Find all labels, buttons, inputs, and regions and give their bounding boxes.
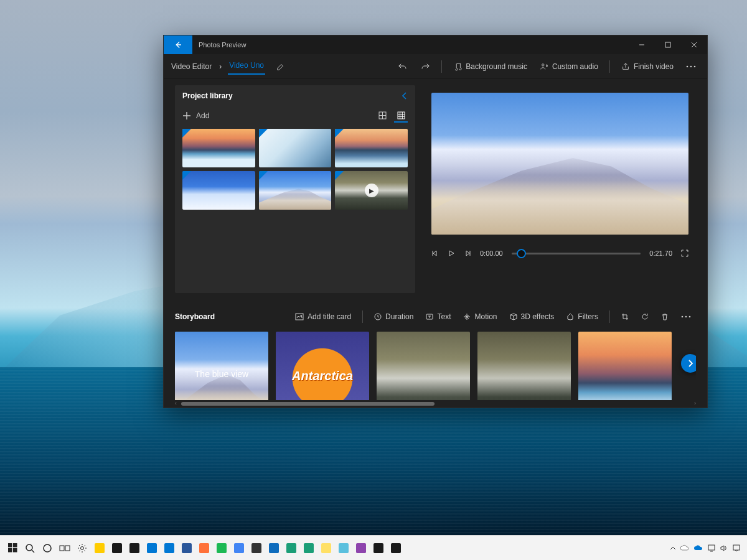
view-large-grid-button[interactable] bbox=[375, 109, 389, 123]
storyboard-more-button[interactable] bbox=[676, 313, 696, 320]
storyboard-clip[interactable]: 4.63 bbox=[377, 332, 470, 400]
3d-effects-label: 3D effects bbox=[521, 312, 555, 321]
tray-network[interactable] bbox=[707, 544, 716, 553]
frame-back-button[interactable] bbox=[431, 250, 439, 257]
storyboard-next-button[interactable] bbox=[681, 354, 696, 373]
rotate-button[interactable] bbox=[636, 310, 654, 323]
library-item[interactable]: ▶ bbox=[335, 171, 408, 210]
crop-button[interactable] bbox=[616, 310, 634, 323]
motion-button[interactable]: Motion bbox=[458, 310, 502, 324]
svg-rect-6 bbox=[398, 112, 405, 119]
finish-video-button[interactable]: Finish video bbox=[616, 60, 679, 73]
taskbar-chrome[interactable] bbox=[230, 536, 248, 561]
taskbar-firefox[interactable] bbox=[195, 536, 213, 561]
taskbar-store[interactable] bbox=[108, 536, 126, 561]
taskbar-start[interactable] bbox=[4, 536, 21, 561]
tray-cloud[interactable] bbox=[693, 544, 703, 551]
background-music-button[interactable]: Background music bbox=[448, 60, 532, 73]
notifications-icon bbox=[732, 544, 741, 553]
taskbar bbox=[0, 535, 747, 560]
network-icon bbox=[707, 544, 716, 553]
library-add-button[interactable]: Add bbox=[182, 111, 209, 120]
delete-button[interactable] bbox=[656, 310, 674, 323]
svg-point-11 bbox=[685, 316, 687, 318]
taskbar-outlook[interactable] bbox=[143, 536, 161, 561]
storyboard-scrollbar[interactable]: ‹ › bbox=[175, 400, 696, 408]
spotify-icon bbox=[217, 543, 227, 553]
back-button[interactable] bbox=[164, 35, 192, 54]
storyboard-clip[interactable]: The blue view7.0 bbox=[175, 332, 268, 400]
taskbar-edge[interactable] bbox=[265, 536, 283, 561]
tray-overflow[interactable] bbox=[670, 545, 676, 551]
library-item[interactable] bbox=[259, 129, 332, 167]
taskbar-snip[interactable] bbox=[352, 536, 370, 561]
rename-button[interactable] bbox=[271, 60, 290, 73]
taskbar-edge-dev[interactable] bbox=[283, 536, 300, 561]
storyboard-clip[interactable]: 0.43 bbox=[578, 332, 672, 400]
view-small-grid-button[interactable] bbox=[394, 109, 408, 123]
window-minimize[interactable] bbox=[629, 35, 655, 54]
used-marker-icon bbox=[182, 171, 191, 180]
duration-button[interactable]: Duration bbox=[369, 310, 418, 324]
taskbar-notes[interactable] bbox=[317, 536, 335, 561]
taskbar-mail[interactable] bbox=[126, 536, 143, 561]
taskbar-explorer[interactable] bbox=[91, 536, 108, 561]
custom-audio-button[interactable]: Custom audio bbox=[535, 60, 603, 73]
text-button[interactable]: Text bbox=[421, 310, 456, 324]
taskbar-spotify[interactable] bbox=[213, 536, 230, 561]
tray-notifications[interactable] bbox=[732, 544, 741, 553]
3d-effects-button[interactable]: 3D effects bbox=[505, 310, 560, 324]
fullscreen-button[interactable] bbox=[681, 250, 688, 257]
tray-onedrive[interactable] bbox=[680, 544, 690, 551]
breadcrumb-project[interactable]: Video Uno bbox=[228, 58, 265, 75]
storyboard-strip[interactable]: The blue view7.0Antarctica0.84.634.370.4… bbox=[175, 327, 696, 400]
storyboard-clip[interactable]: Antarctica0.8 bbox=[276, 332, 369, 400]
redo-button[interactable] bbox=[415, 59, 435, 74]
collapse-library-button[interactable] bbox=[402, 92, 408, 100]
taskbar-settings[interactable] bbox=[73, 536, 91, 561]
seek-bar[interactable] bbox=[512, 253, 641, 254]
library-item[interactable] bbox=[182, 171, 255, 210]
taskbar-virtualdesktop[interactable] bbox=[335, 536, 352, 561]
taskbar-photos[interactable] bbox=[161, 536, 178, 561]
filters-label: Filters bbox=[578, 312, 598, 321]
library-item[interactable] bbox=[182, 129, 255, 167]
taskbar-cortana[interactable] bbox=[39, 536, 56, 561]
seek-thumb[interactable] bbox=[517, 249, 526, 258]
window-maximize[interactable] bbox=[655, 35, 681, 54]
grid-large-icon bbox=[378, 111, 387, 119]
library-item[interactable] bbox=[335, 129, 408, 167]
divider bbox=[609, 60, 610, 73]
export-icon bbox=[621, 62, 630, 71]
add-title-card-button[interactable]: Add title card bbox=[290, 310, 356, 324]
library-item[interactable] bbox=[259, 171, 332, 210]
svg-rect-28 bbox=[733, 545, 740, 550]
toolbar-more-button[interactable] bbox=[681, 63, 701, 70]
titlebar: Photos Preview bbox=[164, 35, 707, 54]
title-card-icon bbox=[295, 313, 304, 320]
taskbar-search[interactable] bbox=[21, 536, 39, 561]
taskbar-word[interactable] bbox=[178, 536, 195, 561]
taskbar-terminal[interactable] bbox=[248, 536, 265, 561]
undo-button[interactable] bbox=[393, 59, 413, 74]
scroll-thumb[interactable] bbox=[181, 402, 435, 406]
taskbar-mic[interactable] bbox=[387, 536, 405, 561]
storyboard-clip[interactable]: 4.37 bbox=[477, 332, 571, 400]
svg-rect-0 bbox=[665, 42, 670, 47]
preview-canvas[interactable] bbox=[431, 93, 688, 235]
taskbar-taskview[interactable] bbox=[56, 536, 73, 561]
tray-volume[interactable] bbox=[720, 544, 728, 553]
filters-button[interactable]: Filters bbox=[561, 310, 603, 324]
scroll-right-arrow[interactable]: › bbox=[694, 400, 696, 406]
pencil-icon bbox=[276, 62, 285, 71]
motion-icon bbox=[463, 313, 471, 320]
scroll-left-arrow[interactable]: ‹ bbox=[175, 400, 177, 406]
taskbar-edge-beta[interactable] bbox=[300, 536, 317, 561]
taskbar-pictures[interactable] bbox=[370, 536, 387, 561]
play-button[interactable] bbox=[448, 250, 455, 257]
window-close[interactable] bbox=[681, 35, 707, 54]
preview-panel: 0:00.00 0:21.70 bbox=[419, 79, 707, 297]
frame-forward-button[interactable] bbox=[464, 250, 471, 257]
used-marker-icon bbox=[335, 171, 344, 180]
breadcrumb-root[interactable]: Video Editor bbox=[170, 60, 213, 73]
